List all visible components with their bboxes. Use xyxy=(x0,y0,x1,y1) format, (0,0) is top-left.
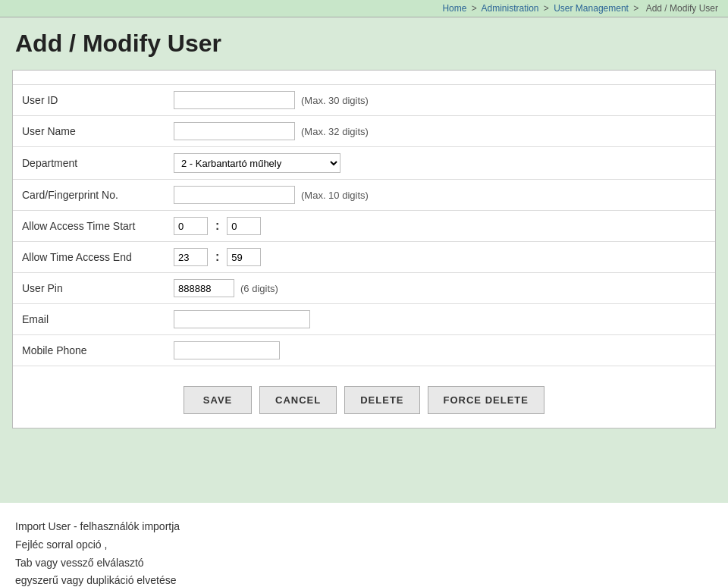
input-cell-card: (Max. 10 digits) xyxy=(165,180,715,211)
breadcrumb-usermgmt[interactable]: User Management xyxy=(554,3,629,14)
input-cell-time-end: : xyxy=(165,242,715,273)
label-pin: User Pin xyxy=(13,273,165,304)
bottom-line1: Import User - felhasználók importja xyxy=(15,518,713,536)
input-cell-username: (Max. 32 digits) xyxy=(165,116,715,147)
input-cell-time-start: : xyxy=(165,211,715,242)
cancel-button[interactable]: CANCEL xyxy=(259,386,337,414)
spacer-bottom xyxy=(13,366,715,373)
buttons-row: SAVE CANCEL DELETE FORCE DELETE xyxy=(13,372,715,420)
username-input[interactable] xyxy=(174,122,295,140)
input-cell-mobile xyxy=(165,335,715,366)
input-cell-department: 2 - Karbantartó műhely xyxy=(165,147,715,180)
bottom-line2: Fejléc sorral opció , xyxy=(15,536,713,554)
time-start-colon: : xyxy=(214,219,221,233)
label-userid: User ID xyxy=(13,85,165,116)
field-row-time-end: Allow Time Access End : xyxy=(13,242,715,273)
pin-hint: (6 digits) xyxy=(240,283,278,294)
label-time-end: Allow Time Access End xyxy=(13,242,165,273)
time-start-minute-input[interactable] xyxy=(227,217,261,235)
save-button[interactable]: SAVE xyxy=(184,386,252,414)
time-end-hour-input[interactable] xyxy=(174,248,208,266)
delete-button[interactable]: DELETE xyxy=(344,386,419,414)
bottom-line3: Tab vagy vessző elválasztó xyxy=(15,554,713,573)
label-card: Card/Fingerprint No. xyxy=(13,180,165,211)
card-input[interactable] xyxy=(174,186,295,204)
bottom-line4: egyszerű vagy duplikáció elvetése xyxy=(15,572,713,587)
field-row-mobile: Mobile Phone xyxy=(13,335,715,366)
page-title: Add / Modify User xyxy=(0,17,728,70)
form-container: User ID (Max. 30 digits) User Name xyxy=(12,70,716,428)
field-row-userid: User ID (Max. 30 digits) xyxy=(13,85,715,116)
input-cell-email xyxy=(165,304,715,335)
label-department: Department xyxy=(13,147,165,180)
form-table: User ID (Max. 30 digits) User Name xyxy=(13,78,715,372)
time-end-colon: : xyxy=(214,250,221,264)
field-row-pin: User Pin (6 digits) xyxy=(13,273,715,304)
label-mobile: Mobile Phone xyxy=(13,335,165,366)
input-cell-userid: (Max. 30 digits) xyxy=(165,85,715,116)
mobile-input[interactable] xyxy=(174,341,280,359)
main-content: Add / Modify User User ID (Max. 30 digit… xyxy=(0,17,728,503)
input-cell-pin: (6 digits) xyxy=(165,273,715,304)
field-row-department: Department 2 - Karbantartó műhely xyxy=(13,147,715,180)
breadcrumb-sep2: > xyxy=(544,3,549,14)
department-select[interactable]: 2 - Karbantartó műhely xyxy=(174,153,340,173)
userid-input[interactable] xyxy=(174,91,295,109)
field-row-email: Email xyxy=(13,304,715,335)
force-delete-button[interactable]: FORCE DELETE xyxy=(428,386,544,414)
email-input[interactable] xyxy=(174,310,310,328)
pin-input[interactable] xyxy=(174,279,234,297)
breadcrumb: Home > Administration > User Management … xyxy=(0,0,728,17)
breadcrumb-home[interactable]: Home xyxy=(442,3,466,14)
breadcrumb-current: Add / Modify User xyxy=(646,3,718,14)
card-hint: (Max. 10 digits) xyxy=(301,190,369,201)
username-hint: (Max. 32 digits) xyxy=(301,126,369,137)
userid-hint: (Max. 30 digits) xyxy=(301,95,369,106)
breadcrumb-sep3: > xyxy=(633,3,639,14)
bottom-info: Import User - felhasználók importja Fejl… xyxy=(0,503,728,587)
field-row-username: User Name (Max. 32 digits) xyxy=(13,116,715,147)
spacer-top xyxy=(13,78,715,85)
time-end-minute-input[interactable] xyxy=(227,248,261,266)
label-time-start: Allow Access Time Start xyxy=(13,211,165,242)
field-row-time-start: Allow Access Time Start : xyxy=(13,211,715,242)
time-start-hour-input[interactable] xyxy=(174,217,208,235)
breadcrumb-admin[interactable]: Administration xyxy=(481,3,538,14)
breadcrumb-sep1: > xyxy=(472,3,477,14)
field-row-card: Card/Fingerprint No. (Max. 10 digits) xyxy=(13,180,715,211)
label-username: User Name xyxy=(13,116,165,147)
label-email: Email xyxy=(13,304,165,335)
